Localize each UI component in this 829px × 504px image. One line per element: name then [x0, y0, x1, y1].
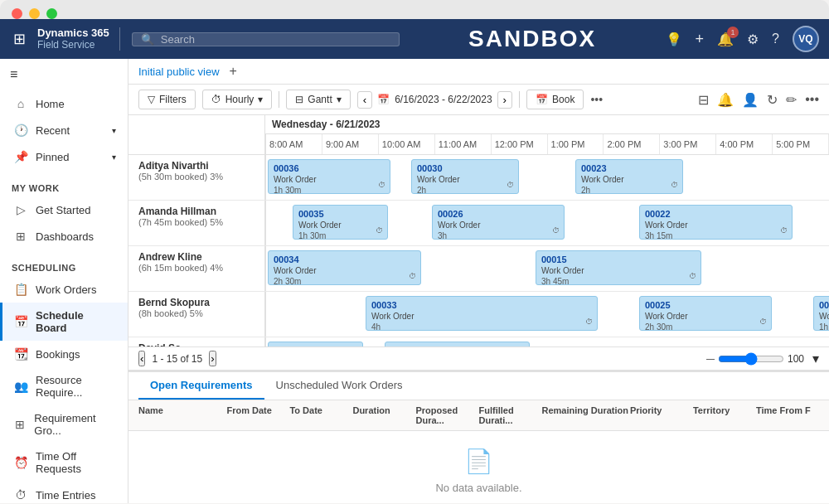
sidebar-item-time-entries[interactable]: ⏱ Time Entries: [0, 482, 128, 503]
module-name: Field Service: [37, 40, 109, 51]
zoom-slider[interactable]: [718, 352, 784, 366]
sidebar-item-pinned[interactable]: 📌 Pinned ▾: [0, 143, 128, 170]
sidebar-bookings-label: Bookings: [36, 348, 80, 361]
recent-icon: 🕐: [14, 124, 27, 137]
time-slot-8am: 8:00 AM: [266, 134, 322, 154]
resource-name-bernd: Bernd Skopura: [138, 297, 256, 308]
wo-block-00026[interactable]: 00026 Work Order 3h ⏱: [432, 205, 565, 240]
wo-block-00027[interactable]: 00027 Work Order 2h 45m ⏱: [385, 342, 530, 346]
sidebar-item-recent[interactable]: 🕐 Recent ▾: [0, 117, 128, 143]
gantt-cell-aditya: 00036 Work Order 1h 30m ⏱ 00030 Work Ord…: [265, 155, 829, 200]
add-view-button[interactable]: +: [226, 64, 240, 79]
chevron-hourly: ▾: [258, 94, 263, 105]
wo-block-00012[interactable]: 00012 Work Order 1h 30m ⏱: [268, 342, 363, 346]
col-from-date: From Date: [226, 405, 289, 425]
resource-info-amanda: (7h 45m booked) 5%: [138, 217, 256, 227]
wo-block-0002[interactable]: 0002 Work 1h 30m: [813, 296, 829, 331]
wo-block-00030[interactable]: 00030 Work Order 2h ⏱: [411, 159, 519, 194]
search-input[interactable]: [161, 33, 390, 46]
wo-block-00025[interactable]: 00025 Work Order 2h 30m ⏱: [639, 296, 772, 331]
wo-block-00033[interactable]: 00033 Work Order 4h ⏱: [366, 296, 598, 331]
sidebar-time-entries-label: Time Entries: [36, 489, 95, 502]
person-icon[interactable]: 👤: [742, 92, 759, 108]
notification-area[interactable]: 🔔 1: [717, 32, 734, 47]
more-options-icon[interactable]: •••: [590, 93, 603, 106]
no-data-icon: 📄: [464, 448, 493, 475]
work-orders-icon: 📋: [14, 283, 27, 296]
view-name[interactable]: Initial public view: [138, 65, 220, 78]
col-duration: Duration: [352, 405, 415, 425]
col-territory: Territory: [693, 405, 756, 425]
book-button[interactable]: 📅 Book: [526, 90, 584, 109]
lightbulb-icon[interactable]: 💡: [666, 32, 682, 47]
next-date-button[interactable]: ›: [497, 91, 512, 109]
wo-block-00035[interactable]: 00035 Work Order 1h 30m ⏱: [293, 205, 388, 240]
time-slot-1pm: 1:00 PM: [548, 134, 604, 154]
gantt-button[interactable]: ⊟ Gantt ▾: [286, 90, 350, 109]
search-box[interactable]: 🔍: [132, 32, 400, 46]
sidebar-item-get-started[interactable]: ▷ Get Started: [0, 196, 128, 223]
settings-icon[interactable]: ⚙: [747, 32, 759, 47]
waffle-icon[interactable]: ⊞: [10, 27, 29, 51]
hourly-button[interactable]: ⏱ Hourly ▾: [202, 90, 273, 109]
resource-info-aditya: (5h 30m booked) 3%: [138, 172, 256, 182]
more-icon[interactable]: •••: [805, 92, 819, 107]
add-icon[interactable]: +: [696, 31, 705, 48]
wo-block-00023[interactable]: 00023 Work Order 2h ⏱: [575, 159, 683, 194]
hourly-label: Hourly: [225, 94, 255, 105]
pagination-right: — 100 ▾: [706, 351, 819, 366]
user-avatar[interactable]: VQ: [793, 26, 819, 52]
bell-icon[interactable]: 🔔: [717, 92, 734, 108]
wo-block-00034[interactable]: 00034 Work Order 2h 30m ⏱: [268, 250, 421, 285]
maximize-button[interactable]: [46, 8, 57, 19]
tab-open-requirements[interactable]: Open Requirements: [138, 372, 264, 400]
resource-req-icon: 👥: [14, 380, 27, 393]
wo-block-00015[interactable]: 00015 Work Order 3h 45m ⏱: [536, 250, 701, 285]
day-label: Wednesday - 6/21/2023: [265, 115, 829, 134]
sidebar-item-work-orders[interactable]: 📋 Work Orders: [0, 276, 128, 303]
time-header-area: Wednesday - 6/21/2023 8:00 AM 9:00 AM 10…: [265, 115, 829, 154]
sidebar-item-schedule-board[interactable]: 📅 Schedule Board: [0, 303, 128, 341]
date-navigation: ‹ 📅 6/16/2023 - 6/22/2023 ›: [357, 91, 512, 109]
play-icon: ▷: [14, 203, 27, 216]
edit-icon[interactable]: ✏: [786, 92, 797, 108]
sidebar: ≡ ⌂ Home 🕐 Recent ▾ 📌 Pinned ▾ My Work ▷…: [0, 59, 128, 503]
table-view-icon[interactable]: ⊟: [698, 92, 709, 108]
refresh-icon[interactable]: ↻: [767, 92, 778, 108]
tab-unscheduled-work-orders[interactable]: Unscheduled Work Orders: [264, 372, 414, 400]
no-data-area: 📄 No data available.: [128, 431, 829, 503]
wo-block-00036[interactable]: 00036 Work Order 1h 30m ⏱: [268, 159, 390, 194]
sidebar-item-resource-req[interactable]: 👥 Resource Require...: [0, 367, 128, 405]
book-icon: 📅: [536, 94, 548, 105]
next-page-button[interactable]: ›: [209, 351, 216, 366]
time-slot-5pm: 5:00 PM: [773, 134, 829, 154]
resource-name-andrew: Andrew Kline: [138, 251, 256, 263]
wo-block-00022[interactable]: 00022 Work Order 3h 15m ⏱: [639, 205, 793, 240]
divider-ctrl: [279, 91, 279, 108]
sidebar-item-req-group[interactable]: ⊞ Requirement Gro...: [0, 405, 128, 443]
dashboard-icon: ⊞: [14, 230, 27, 243]
resource-row-amanda: Amanda Hillman (7h 45m booked) 5% 00035 …: [128, 201, 829, 246]
sidebar-item-bookings[interactable]: 📆 Bookings: [0, 341, 128, 367]
resource-row-andrew: Andrew Kline (6h 15m booked) 4% 00034 Wo…: [128, 246, 829, 292]
minimize-button[interactable]: [29, 8, 40, 19]
home-icon: ⌂: [14, 97, 27, 110]
close-button[interactable]: [12, 8, 22, 19]
col-remaining-dur: Remaining Duration: [542, 405, 630, 425]
time-slot-12pm: 12:00 PM: [492, 134, 548, 154]
sidebar-item-time-off[interactable]: ⏰ Time Off Requests: [0, 443, 128, 482]
sidebar-item-dashboards[interactable]: ⊞ Dashboards: [0, 223, 128, 250]
filters-button[interactable]: ▽ Filters: [138, 90, 196, 109]
sidebar-recent-label: Recent: [36, 124, 70, 137]
help-icon[interactable]: ?: [772, 32, 779, 46]
hamburger-button[interactable]: ≡: [0, 59, 128, 90]
col-fulfilled-dura: Fulfilled Durati...: [478, 405, 541, 425]
resource-row-aditya: Aditya Nivarthi (5h 30m booked) 3% 00036…: [128, 155, 829, 201]
prev-date-button[interactable]: ‹: [357, 91, 372, 109]
resource-row-bernd: Bernd Skopura (8h booked) 5% 00033 Work …: [128, 292, 829, 337]
gantt-cell-david: 00012 Work Order 1h 30m ⏱ 00027 Work Ord…: [265, 337, 829, 346]
sidebar-item-home[interactable]: ⌂ Home: [0, 90, 128, 117]
expand-icon[interactable]: ▾: [812, 351, 819, 366]
prev-page-button[interactable]: ‹: [138, 351, 145, 366]
main-layout: ≡ ⌂ Home 🕐 Recent ▾ 📌 Pinned ▾ My Work ▷…: [0, 59, 829, 503]
